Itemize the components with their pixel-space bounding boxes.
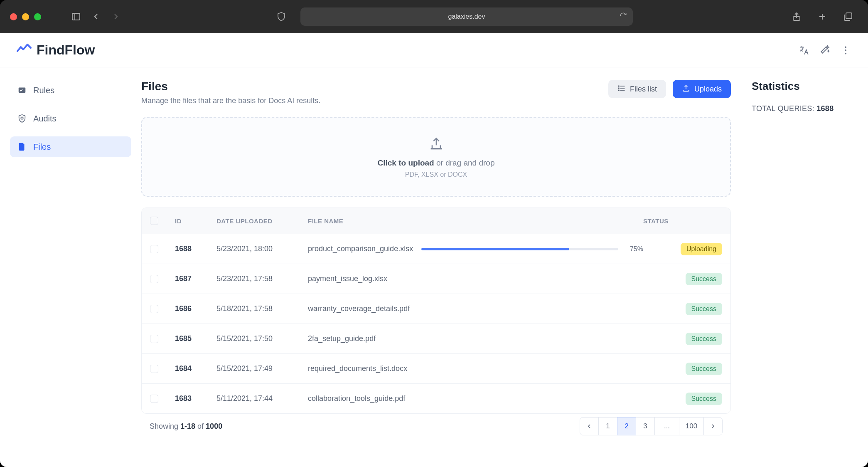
svg-point-6 — [845, 46, 846, 48]
table-row[interactable]: 16855/15/2021, 17:502fa_setup_guide.pdfS… — [142, 324, 730, 353]
window-maximize-button[interactable] — [34, 13, 41, 20]
total-queries-stat: TOTAL QUERIES: 1688 — [752, 104, 856, 113]
dropzone-text: Click to upload or drag and drop — [378, 158, 495, 168]
window-controls — [10, 13, 41, 20]
svg-point-10 — [21, 117, 23, 119]
row-filename-cell: required_documents_list.docx — [308, 364, 643, 373]
page-number-button[interactable]: 3 — [636, 417, 655, 435]
progress-percent: 75% — [624, 245, 643, 253]
status-badge: Uploading — [681, 243, 722, 255]
tabs-icon[interactable] — [841, 10, 855, 23]
table-row[interactable]: 16875/23/2021, 17:58payment_issue_log.xl… — [142, 264, 730, 294]
col-date: DATE UPLOADED — [216, 217, 308, 225]
more-menu-icon[interactable] — [840, 44, 851, 56]
back-button[interactable] — [89, 10, 103, 23]
svg-rect-5 — [846, 13, 852, 19]
svg-point-16 — [618, 90, 619, 91]
shield-icon[interactable] — [275, 10, 288, 23]
row-filename-cell: collaboration_tools_guide.pdf — [308, 394, 643, 403]
brand-name: FindFlow — [37, 42, 95, 58]
files-icon — [17, 142, 27, 151]
row-date: 5/23/2021, 18:00 — [216, 245, 308, 253]
svg-point-7 — [845, 49, 846, 51]
svg-point-14 — [618, 86, 619, 86]
app-logo[interactable]: FindFlow — [17, 42, 95, 58]
table-row[interactable]: 16835/11/2021, 17:44collaboration_tools_… — [142, 383, 730, 413]
page-number-button[interactable]: 2 — [617, 417, 636, 435]
page-number-button[interactable]: 1 — [598, 417, 617, 435]
row-status-cell: Success — [643, 393, 722, 405]
select-all-checkbox[interactable] — [150, 217, 158, 225]
row-checkbox[interactable] — [150, 365, 158, 373]
new-tab-icon[interactable] — [816, 10, 829, 23]
status-badge: Success — [686, 303, 722, 315]
sidebar-item-files[interactable]: Files — [10, 136, 131, 157]
col-name: FILE NAME — [308, 217, 643, 225]
row-checkbox[interactable] — [150, 275, 158, 283]
page-next-button[interactable] — [703, 417, 723, 435]
row-date: 5/15/2021, 17:49 — [216, 364, 308, 373]
row-id: 1685 — [175, 334, 216, 343]
upload-cloud-icon — [427, 136, 445, 155]
uploads-button[interactable]: Uploads — [673, 80, 731, 98]
share-icon[interactable] — [790, 10, 803, 23]
row-filename: warranty_coverage_details.pdf — [308, 304, 410, 313]
button-label: Files list — [630, 85, 657, 94]
address-bar[interactable]: galaxies.dev — [300, 7, 633, 26]
sidebar-toggle-icon[interactable] — [69, 10, 83, 23]
table-row[interactable]: 16865/18/2021, 17:58warranty_coverage_de… — [142, 294, 730, 324]
forward-button[interactable] — [109, 10, 123, 23]
row-status-cell: Success — [643, 333, 722, 345]
row-checkbox[interactable] — [150, 395, 158, 403]
status-badge: Success — [686, 333, 722, 345]
files-list-button[interactable]: Files list — [608, 80, 666, 98]
row-filename: required_documents_list.docx — [308, 364, 407, 373]
row-status-cell: Success — [643, 363, 722, 375]
row-status-cell: Success — [643, 303, 722, 315]
row-filename: payment_issue_log.xlsx — [308, 274, 387, 283]
table-header: ID DATE UPLOADED FILE NAME STATUS — [142, 208, 730, 234]
window-close-button[interactable] — [10, 13, 17, 20]
row-id: 1686 — [175, 304, 216, 313]
page-prev-button[interactable] — [580, 417, 599, 435]
magic-wand-icon[interactable] — [819, 44, 831, 56]
sidebar-item-label: Audits — [33, 114, 57, 124]
table-row[interactable]: 16845/15/2021, 17:49required_documents_l… — [142, 353, 730, 383]
language-icon[interactable] — [798, 44, 810, 56]
upload-icon — [682, 84, 690, 94]
table-footer: Showing 1-18 of 1000 123...100 — [141, 414, 731, 439]
page-ellipsis: ... — [654, 417, 679, 435]
rules-icon — [17, 86, 27, 95]
row-date: 5/23/2021, 17:58 — [216, 274, 308, 283]
table-row[interactable]: 16885/23/2021, 18:00product_comparison_g… — [142, 234, 730, 264]
col-status: STATUS — [643, 217, 722, 225]
row-date: 5/15/2021, 17:50 — [216, 334, 308, 343]
upload-progress: 75% — [421, 245, 643, 253]
audits-icon — [17, 114, 27, 123]
button-label: Uploads — [694, 85, 722, 94]
url-text: galaxies.dev — [448, 13, 485, 20]
sidebar-item-audits[interactable]: Audits — [10, 108, 131, 129]
svg-rect-0 — [72, 13, 80, 20]
upload-dropzone[interactable]: Click to upload or drag and drop PDF, XL… — [141, 117, 731, 197]
statistics-panel: Statistics TOTAL QUERIES: 1688 — [748, 80, 868, 467]
row-id: 1684 — [175, 364, 216, 373]
status-badge: Success — [686, 363, 722, 375]
page-subtitle: Manage the files that are the basis for … — [141, 96, 320, 105]
page-number-button[interactable]: 100 — [679, 417, 704, 435]
svg-point-8 — [845, 52, 846, 54]
reload-icon[interactable] — [620, 12, 627, 21]
row-filename-cell: product_comparison_guide.xlsx75% — [308, 245, 643, 253]
row-checkbox[interactable] — [150, 245, 158, 253]
col-id: ID — [175, 217, 216, 225]
sidebar: Rules Audits Files — [0, 80, 141, 467]
logo-mark-icon — [17, 43, 32, 57]
row-status-cell: Uploading — [643, 243, 722, 255]
row-checkbox[interactable] — [150, 335, 158, 343]
row-filename: product_comparison_guide.xlsx — [308, 245, 413, 253]
status-badge: Success — [686, 273, 722, 285]
row-filename: 2fa_setup_guide.pdf — [308, 334, 376, 343]
sidebar-item-rules[interactable]: Rules — [10, 80, 131, 101]
window-minimize-button[interactable] — [22, 13, 29, 20]
row-checkbox[interactable] — [150, 305, 158, 313]
